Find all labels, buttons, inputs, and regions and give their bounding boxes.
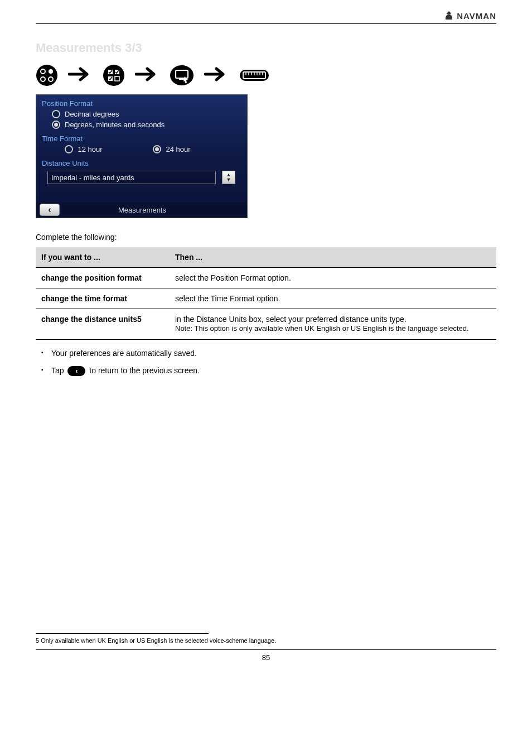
screen-click-icon <box>170 64 194 86</box>
svg-rect-13 <box>179 78 185 80</box>
dial-icon <box>36 64 58 86</box>
table-cell: in the Distance Units box, select your p… <box>170 309 496 340</box>
page-header: NAVMAN <box>0 0 532 23</box>
radio-icon <box>52 121 60 129</box>
list-text-pre: Tap <box>51 366 66 375</box>
table-row: change the time format select the Time F… <box>36 288 496 309</box>
table-cell: change the position format <box>36 268 170 288</box>
breadcrumb <box>36 64 496 86</box>
checklist-icon <box>103 64 125 86</box>
radio-decimal-degrees[interactable]: Decimal degrees <box>36 109 247 119</box>
table-note: Note: This option is only available when… <box>175 324 491 334</box>
ruler-icon <box>239 65 270 85</box>
radio-label: 12 hour <box>78 145 102 153</box>
table-cell: select the Position Format option. <box>170 268 496 288</box>
bullet-list: Your preferences are automatically saved… <box>36 348 496 377</box>
table-cell: change the time format <box>36 288 170 309</box>
table-cell-text: in the Distance Units box, select your p… <box>175 315 491 324</box>
arrow-right-icon <box>204 66 229 85</box>
footnote: 5 Only available when UK English or US E… <box>36 637 496 644</box>
page-title: Measurements 3/3 <box>36 41 496 55</box>
device-screenshot: Position Format Decimal degrees Degrees,… <box>36 94 248 218</box>
chevron-left-icon: ‹ <box>75 365 78 377</box>
radio-icon <box>52 110 60 118</box>
table-row: change the distance units5 in the Distan… <box>36 309 496 340</box>
page-number: 85 <box>0 650 532 672</box>
instruction-text: Complete the following: <box>36 233 496 242</box>
svg-point-6 <box>103 65 124 86</box>
table-row: change the position format select the Po… <box>36 268 496 288</box>
list-item: Tap ‹ to return to the previous screen. <box>43 365 496 377</box>
table-cell: select the Time Format option. <box>170 288 496 309</box>
person-icon <box>443 10 454 21</box>
arrow-right-icon <box>135 66 159 85</box>
radio-12-hour[interactable]: 12 hour <box>65 145 102 153</box>
radio-label: 24 hour <box>166 145 190 153</box>
back-button[interactable]: ‹ <box>40 204 60 216</box>
distance-units-label: Distance Units <box>36 155 247 168</box>
settings-table: If you want to ... Then ... change the p… <box>36 247 496 340</box>
chevron-down-icon: ▼ <box>226 177 231 182</box>
radio-dms[interactable]: Degrees, minutes and seconds <box>36 119 247 130</box>
radio-label: Degrees, minutes and seconds <box>65 121 165 129</box>
table-header: Then ... <box>170 247 496 268</box>
svg-point-11 <box>170 65 194 85</box>
table-header: If you want to ... <box>36 247 170 268</box>
brand-text: NAVMAN <box>457 11 496 21</box>
svg-point-1 <box>36 65 57 86</box>
select-value: Imperial - miles and yards <box>51 174 134 182</box>
position-format-label: Position Format <box>36 95 247 109</box>
radio-icon <box>65 145 73 153</box>
svg-point-3 <box>49 69 53 74</box>
radio-icon <box>153 145 161 153</box>
back-button-inline: ‹ <box>67 366 85 376</box>
time-format-label: Time Format <box>36 130 247 144</box>
stepper-button[interactable]: ▲ ▼ <box>222 171 235 184</box>
radio-label: Decimal degrees <box>65 110 119 118</box>
table-cell: change the distance units5 <box>36 309 170 340</box>
radio-24-hour[interactable]: 24 hour <box>153 145 190 153</box>
list-item: Your preferences are automatically saved… <box>43 348 496 359</box>
brand-logo: NAVMAN <box>443 10 496 21</box>
list-text-post: to return to the previous screen. <box>89 366 200 375</box>
screen-bottom-bar: ‹ Measurements <box>36 202 247 218</box>
chevron-left-icon: ‹ <box>48 205 51 215</box>
arrow-right-icon <box>68 66 93 85</box>
footnote-rule <box>36 633 209 634</box>
screen-title: Measurements <box>60 206 247 214</box>
distance-units-select[interactable]: Imperial - miles and yards ▲ ▼ <box>47 171 216 184</box>
